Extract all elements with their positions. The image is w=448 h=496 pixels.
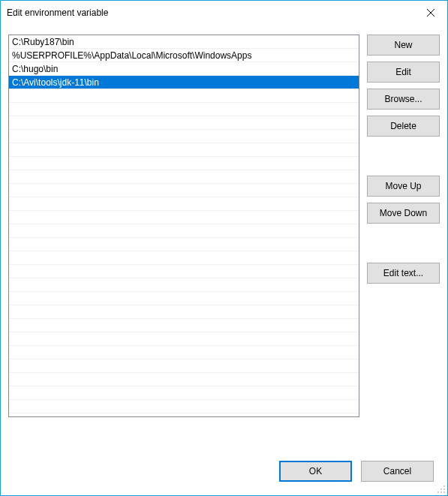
resize-grip-icon[interactable] [435, 483, 446, 494]
svg-point-2 [443, 485, 445, 487]
close-button[interactable] [413, 2, 447, 24]
ok-button[interactable]: OK [279, 461, 352, 482]
button-column: New Edit Browse... Delete Move Up Move D… [367, 35, 440, 444]
dialog-window: Edit environment variable C:\Ruby187\bin… [0, 0, 448, 496]
delete-button[interactable]: Delete [367, 116, 440, 137]
svg-point-3 [440, 488, 442, 490]
titlebar: Edit environment variable [1, 1, 447, 24]
svg-point-6 [440, 491, 442, 493]
list-item[interactable] [9, 359, 359, 373]
dialog-body: C:\Ruby187\bin%USERPROFILE%\AppData\Loca… [1, 24, 447, 495]
list-item[interactable] [9, 89, 359, 103]
list-item[interactable] [9, 170, 359, 184]
list-item[interactable] [9, 400, 359, 413]
content-area: C:\Ruby187\bin%USERPROFILE%\AppData\Loca… [8, 35, 440, 444]
list-item[interactable] [9, 319, 359, 332]
list-item[interactable] [9, 332, 359, 346]
svg-point-7 [443, 491, 445, 493]
path-listbox[interactable]: C:\Ruby187\bin%USERPROFILE%\AppData\Loca… [8, 35, 359, 417]
list-item[interactable] [9, 346, 359, 359]
svg-point-4 [443, 488, 445, 490]
list-item[interactable]: C:\Avi\tools\jdk-11\bin [9, 76, 359, 89]
list-item[interactable] [9, 278, 359, 292]
list-item[interactable] [9, 305, 359, 319]
close-icon [427, 9, 434, 17]
list-item[interactable] [9, 238, 359, 251]
list-item[interactable] [9, 292, 359, 305]
list-item[interactable] [9, 197, 359, 211]
browse-button[interactable]: Browse... [367, 89, 440, 110]
list-item[interactable] [9, 265, 359, 278]
list-item[interactable] [9, 373, 359, 386]
list-item[interactable]: C:\hugo\bin [9, 62, 359, 76]
cancel-button[interactable]: Cancel [361, 461, 434, 482]
list-item[interactable] [9, 211, 359, 224]
spacer [367, 143, 440, 176]
move-up-button[interactable]: Move Up [367, 176, 440, 197]
spacer [367, 230, 440, 263]
list-item[interactable] [9, 157, 359, 170]
list-item[interactable] [9, 103, 359, 116]
dialog-footer: OK Cancel [8, 444, 440, 488]
edit-button[interactable]: Edit [367, 62, 440, 83]
move-down-button[interactable]: Move Down [367, 203, 440, 224]
list-item[interactable]: %USERPROFILE%\AppData\Local\Microsoft\Wi… [9, 49, 359, 62]
list-item[interactable] [9, 224, 359, 238]
list-item[interactable]: C:\Ruby187\bin [9, 35, 359, 49]
window-title: Edit environment variable [7, 8, 108, 18]
edit-text-button[interactable]: Edit text... [367, 263, 440, 284]
new-button[interactable]: New [367, 35, 440, 56]
list-item[interactable] [9, 130, 359, 143]
svg-point-5 [437, 491, 439, 493]
list-item[interactable] [9, 386, 359, 400]
list-item[interactable] [9, 116, 359, 130]
list-item[interactable] [9, 251, 359, 265]
list-item[interactable] [9, 184, 359, 197]
list-item[interactable] [9, 143, 359, 157]
